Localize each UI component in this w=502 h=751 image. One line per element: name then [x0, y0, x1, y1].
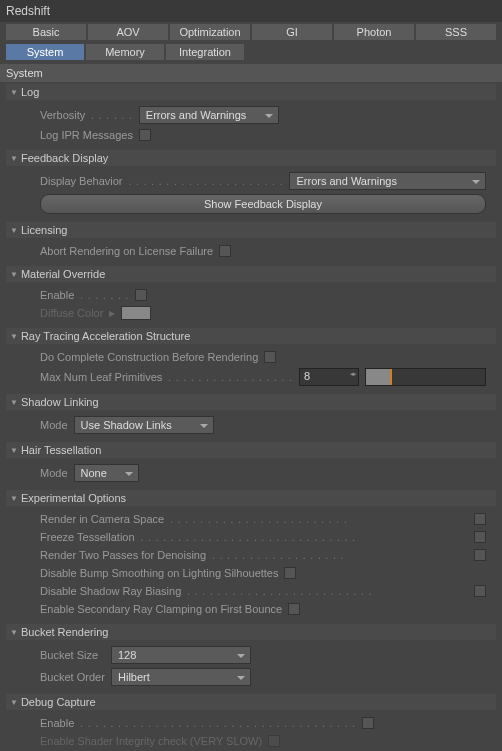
chevron-right-icon: ▶	[109, 309, 115, 318]
chevron-down-icon: ▼	[10, 332, 18, 341]
section-header-feedback[interactable]: ▼ Feedback Display	[6, 150, 496, 166]
chevron-down-icon: ▼	[10, 494, 18, 503]
max-leaf-spinner[interactable]: 8	[299, 368, 359, 386]
section-title: Hair Tessellation	[21, 444, 102, 456]
dots: . . . . . . .	[80, 290, 129, 301]
shadow-bias-checkbox[interactable]	[474, 585, 486, 597]
diffuse-color-label: Diffuse Color	[40, 307, 103, 319]
section-title: Shadow Linking	[21, 396, 99, 408]
two-passes-label: Render Two Passes for Denoising	[40, 549, 206, 561]
abort-license-label: Abort Rendering on License Failure	[40, 245, 213, 257]
chevron-down-icon: ▼	[10, 88, 18, 97]
complete-construction-label: Do Complete Construction Before Renderin…	[40, 351, 258, 363]
tab-memory[interactable]: Memory	[86, 44, 164, 60]
material-enable-label: Enable	[40, 289, 74, 301]
camera-space-checkbox[interactable]	[474, 513, 486, 525]
dots: . . . . . . . . . . . . . . . . . . . . …	[129, 176, 284, 187]
chevron-down-icon: ▼	[10, 270, 18, 279]
log-ipr-label: Log IPR Messages	[40, 129, 133, 141]
material-enable-checkbox[interactable]	[135, 289, 147, 301]
diffuse-color-swatch[interactable]	[121, 306, 151, 320]
dots: . . . . . .	[91, 110, 133, 121]
dots: . . . . . . . . . . . . . . . . . . . . …	[141, 532, 468, 543]
max-leaf-slider[interactable]	[365, 368, 486, 386]
dots: . . . . . . . . . . . . . . . . . . . . …	[187, 586, 468, 597]
section-header-log[interactable]: ▼ Log	[6, 84, 496, 100]
chevron-down-icon: ▼	[10, 698, 18, 707]
bucket-size-dropdown[interactable]: 128	[111, 646, 251, 664]
abort-license-checkbox[interactable]	[219, 245, 231, 257]
section-title: Feedback Display	[21, 152, 108, 164]
chevron-down-icon: ▼	[10, 226, 18, 235]
tab-basic[interactable]: Basic	[6, 24, 86, 40]
bump-smooth-label: Disable Bump Smoothing on Lighting Silho…	[40, 567, 278, 579]
bucket-order-dropdown[interactable]: Hilbert	[111, 668, 251, 686]
hair-mode-label: Mode	[40, 467, 68, 479]
section-header-licensing[interactable]: ▼ Licensing	[6, 222, 496, 238]
chevron-down-icon: ▼	[10, 398, 18, 407]
section-header-material[interactable]: ▼ Material Override	[6, 266, 496, 282]
tab-system[interactable]: System	[6, 44, 84, 60]
section-title: Debug Capture	[21, 696, 96, 708]
display-behavior-label: Display Behavior	[40, 175, 123, 187]
tab-row-1: Basic AOV Optimization GI Photon SSS	[0, 22, 502, 42]
section-header-raytracing[interactable]: ▼ Ray Tracing Acceleration Structure	[6, 328, 496, 344]
tab-optimization[interactable]: Optimization	[170, 24, 250, 40]
section-title: Experimental Options	[21, 492, 126, 504]
section-title: Log	[21, 86, 39, 98]
two-passes-checkbox[interactable]	[474, 549, 486, 561]
shadow-mode-label: Mode	[40, 419, 68, 431]
tab-row-2: System Memory Integration	[0, 42, 502, 62]
dots: . . . . . . . . . . . . . . . . .	[168, 372, 293, 383]
window-title: Redshift	[0, 0, 502, 22]
verbosity-label: Verbosity	[40, 109, 85, 121]
section-header-shadow[interactable]: ▼ Shadow Linking	[6, 394, 496, 410]
chevron-down-icon: ▼	[10, 154, 18, 163]
log-ipr-checkbox[interactable]	[139, 129, 151, 141]
shadow-mode-dropdown[interactable]: Use Shadow Links	[74, 416, 214, 434]
section-header-hair[interactable]: ▼ Hair Tessellation	[6, 442, 496, 458]
section-header-bucket[interactable]: ▼ Bucket Rendering	[6, 624, 496, 640]
tab-gi[interactable]: GI	[252, 24, 332, 40]
freeze-checkbox[interactable]	[474, 531, 486, 543]
section-header-experimental[interactable]: ▼ Experimental Options	[6, 490, 496, 506]
camera-space-label: Render in Camera Space	[40, 513, 164, 525]
tab-integration[interactable]: Integration	[166, 44, 244, 60]
tab-photon[interactable]: Photon	[334, 24, 414, 40]
verbosity-dropdown[interactable]: Errors and Warnings	[139, 106, 279, 124]
dots: . . . . . . . . . . . . . . . . . .	[212, 550, 468, 561]
section-title: Bucket Rendering	[21, 626, 108, 638]
show-feedback-button[interactable]: Show Feedback Display	[40, 194, 486, 214]
debug-enable-label: Enable	[40, 717, 74, 729]
tab-sss[interactable]: SSS	[416, 24, 496, 40]
freeze-label: Freeze Tessellation	[40, 531, 135, 543]
panel-title: System	[0, 64, 502, 82]
bump-smooth-checkbox[interactable]	[284, 567, 296, 579]
dots: . . . . . . . . . . . . . . . . . . . . …	[170, 514, 468, 525]
display-behavior-dropdown[interactable]: Errors and Warnings	[289, 172, 486, 190]
complete-construction-checkbox[interactable]	[264, 351, 276, 363]
hair-mode-dropdown[interactable]: None	[74, 464, 139, 482]
section-title: Ray Tracing Acceleration Structure	[21, 330, 190, 342]
chevron-down-icon: ▼	[10, 628, 18, 637]
section-title: Material Override	[21, 268, 105, 280]
max-leaf-label: Max Num Leaf Primitives	[40, 371, 162, 383]
secondary-clamp-checkbox[interactable]	[288, 603, 300, 615]
bucket-size-label: Bucket Size	[40, 649, 105, 661]
tab-aov[interactable]: AOV	[88, 24, 168, 40]
shader-integrity-label: Enable Shader Integrity check (VERY SLOW…	[40, 735, 262, 747]
bucket-order-label: Bucket Order	[40, 671, 105, 683]
shader-integrity-checkbox[interactable]	[268, 735, 280, 747]
debug-enable-checkbox[interactable]	[362, 717, 374, 729]
secondary-clamp-label: Enable Secondary Ray Clamping on First B…	[40, 603, 282, 615]
dots: . . . . . . . . . . . . . . . . . . . . …	[80, 718, 356, 729]
section-header-debug[interactable]: ▼ Debug Capture	[6, 694, 496, 710]
shadow-bias-label: Disable Shadow Ray Biasing	[40, 585, 181, 597]
section-title: Licensing	[21, 224, 67, 236]
chevron-down-icon: ▼	[10, 446, 18, 455]
